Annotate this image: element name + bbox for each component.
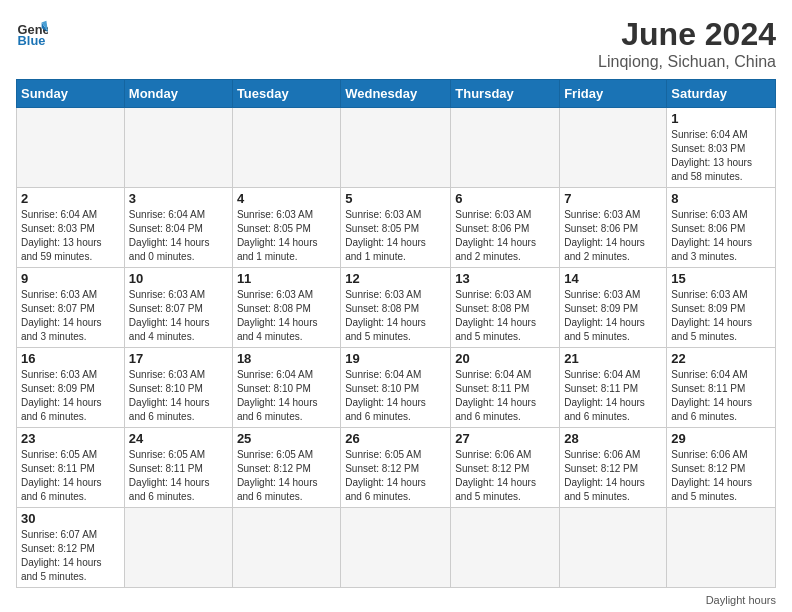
day-info: Sunrise: 6:03 AM Sunset: 8:05 PM Dayligh… xyxy=(345,208,446,264)
day-info: Sunrise: 6:04 AM Sunset: 8:10 PM Dayligh… xyxy=(237,368,336,424)
calendar-cell: 15Sunrise: 6:03 AM Sunset: 8:09 PM Dayli… xyxy=(667,268,776,348)
daylight-hours-label: Daylight hours xyxy=(706,594,776,606)
day-number: 27 xyxy=(455,431,555,446)
day-number: 9 xyxy=(21,271,120,286)
day-number: 22 xyxy=(671,351,771,366)
day-number: 28 xyxy=(564,431,662,446)
title-block: June 2024 Linqiong, Sichuan, China xyxy=(598,16,776,71)
day-info: Sunrise: 6:03 AM Sunset: 8:10 PM Dayligh… xyxy=(129,368,228,424)
page: General Blue June 2024 Linqiong, Sichuan… xyxy=(0,0,792,612)
calendar-cell: 22Sunrise: 6:04 AM Sunset: 8:11 PM Dayli… xyxy=(667,348,776,428)
day-number: 7 xyxy=(564,191,662,206)
calendar-cell xyxy=(560,108,667,188)
header-day-friday: Friday xyxy=(560,80,667,108)
calendar-cell: 11Sunrise: 6:03 AM Sunset: 8:08 PM Dayli… xyxy=(232,268,340,348)
calendar-cell: 17Sunrise: 6:03 AM Sunset: 8:10 PM Dayli… xyxy=(124,348,232,428)
day-info: Sunrise: 6:04 AM Sunset: 8:03 PM Dayligh… xyxy=(21,208,120,264)
calendar-cell: 29Sunrise: 6:06 AM Sunset: 8:12 PM Dayli… xyxy=(667,428,776,508)
location: Linqiong, Sichuan, China xyxy=(598,53,776,71)
week-row-4: 16Sunrise: 6:03 AM Sunset: 8:09 PM Dayli… xyxy=(17,348,776,428)
footer-note: Daylight hours xyxy=(16,594,776,606)
calendar-cell: 25Sunrise: 6:05 AM Sunset: 8:12 PM Dayli… xyxy=(232,428,340,508)
header-day-thursday: Thursday xyxy=(451,80,560,108)
calendar-cell: 3Sunrise: 6:04 AM Sunset: 8:04 PM Daylig… xyxy=(124,188,232,268)
header-row: SundayMondayTuesdayWednesdayThursdayFrid… xyxy=(17,80,776,108)
day-number: 6 xyxy=(455,191,555,206)
calendar-cell: 24Sunrise: 6:05 AM Sunset: 8:11 PM Dayli… xyxy=(124,428,232,508)
day-info: Sunrise: 6:06 AM Sunset: 8:12 PM Dayligh… xyxy=(671,448,771,504)
calendar-cell: 8Sunrise: 6:03 AM Sunset: 8:06 PM Daylig… xyxy=(667,188,776,268)
day-info: Sunrise: 6:04 AM Sunset: 8:11 PM Dayligh… xyxy=(564,368,662,424)
calendar-cell: 6Sunrise: 6:03 AM Sunset: 8:06 PM Daylig… xyxy=(451,188,560,268)
calendar-cell: 30Sunrise: 6:07 AM Sunset: 8:12 PM Dayli… xyxy=(17,508,125,588)
day-info: Sunrise: 6:04 AM Sunset: 8:03 PM Dayligh… xyxy=(671,128,771,184)
day-number: 4 xyxy=(237,191,336,206)
day-number: 21 xyxy=(564,351,662,366)
day-info: Sunrise: 6:03 AM Sunset: 8:06 PM Dayligh… xyxy=(455,208,555,264)
calendar-cell: 12Sunrise: 6:03 AM Sunset: 8:08 PM Dayli… xyxy=(341,268,451,348)
day-info: Sunrise: 6:03 AM Sunset: 8:07 PM Dayligh… xyxy=(21,288,120,344)
calendar-cell: 28Sunrise: 6:06 AM Sunset: 8:12 PM Dayli… xyxy=(560,428,667,508)
day-number: 11 xyxy=(237,271,336,286)
day-info: Sunrise: 6:03 AM Sunset: 8:08 PM Dayligh… xyxy=(455,288,555,344)
calendar-cell xyxy=(341,108,451,188)
day-number: 8 xyxy=(671,191,771,206)
header: General Blue June 2024 Linqiong, Sichuan… xyxy=(16,16,776,71)
calendar-cell xyxy=(341,508,451,588)
calendar-cell: 5Sunrise: 6:03 AM Sunset: 8:05 PM Daylig… xyxy=(341,188,451,268)
day-number: 19 xyxy=(345,351,446,366)
calendar-table: SundayMondayTuesdayWednesdayThursdayFrid… xyxy=(16,79,776,588)
header-day-saturday: Saturday xyxy=(667,80,776,108)
day-info: Sunrise: 6:03 AM Sunset: 8:09 PM Dayligh… xyxy=(564,288,662,344)
day-number: 24 xyxy=(129,431,228,446)
day-number: 18 xyxy=(237,351,336,366)
week-row-5: 23Sunrise: 6:05 AM Sunset: 8:11 PM Dayli… xyxy=(17,428,776,508)
calendar-cell xyxy=(451,108,560,188)
calendar-cell: 16Sunrise: 6:03 AM Sunset: 8:09 PM Dayli… xyxy=(17,348,125,428)
day-info: Sunrise: 6:05 AM Sunset: 8:11 PM Dayligh… xyxy=(129,448,228,504)
calendar-cell: 23Sunrise: 6:05 AM Sunset: 8:11 PM Dayli… xyxy=(17,428,125,508)
calendar-cell xyxy=(124,108,232,188)
day-number: 5 xyxy=(345,191,446,206)
calendar-cell xyxy=(17,108,125,188)
day-info: Sunrise: 6:04 AM Sunset: 8:04 PM Dayligh… xyxy=(129,208,228,264)
logo-icon: General Blue xyxy=(16,16,48,48)
week-row-6: 30Sunrise: 6:07 AM Sunset: 8:12 PM Dayli… xyxy=(17,508,776,588)
header-day-sunday: Sunday xyxy=(17,80,125,108)
calendar-cell: 1Sunrise: 6:04 AM Sunset: 8:03 PM Daylig… xyxy=(667,108,776,188)
day-info: Sunrise: 6:03 AM Sunset: 8:08 PM Dayligh… xyxy=(345,288,446,344)
day-info: Sunrise: 6:03 AM Sunset: 8:09 PM Dayligh… xyxy=(21,368,120,424)
week-row-2: 2Sunrise: 6:04 AM Sunset: 8:03 PM Daylig… xyxy=(17,188,776,268)
day-number: 17 xyxy=(129,351,228,366)
day-info: Sunrise: 6:06 AM Sunset: 8:12 PM Dayligh… xyxy=(455,448,555,504)
calendar-cell: 26Sunrise: 6:05 AM Sunset: 8:12 PM Dayli… xyxy=(341,428,451,508)
month-title: June 2024 xyxy=(598,16,776,53)
day-number: 16 xyxy=(21,351,120,366)
svg-text:Blue: Blue xyxy=(18,33,46,48)
calendar-cell xyxy=(232,508,340,588)
day-info: Sunrise: 6:03 AM Sunset: 8:08 PM Dayligh… xyxy=(237,288,336,344)
day-info: Sunrise: 6:07 AM Sunset: 8:12 PM Dayligh… xyxy=(21,528,120,584)
calendar-header: SundayMondayTuesdayWednesdayThursdayFrid… xyxy=(17,80,776,108)
day-info: Sunrise: 6:04 AM Sunset: 8:11 PM Dayligh… xyxy=(455,368,555,424)
calendar-cell xyxy=(560,508,667,588)
day-number: 1 xyxy=(671,111,771,126)
day-info: Sunrise: 6:05 AM Sunset: 8:12 PM Dayligh… xyxy=(237,448,336,504)
calendar-cell: 18Sunrise: 6:04 AM Sunset: 8:10 PM Dayli… xyxy=(232,348,340,428)
day-info: Sunrise: 6:04 AM Sunset: 8:11 PM Dayligh… xyxy=(671,368,771,424)
day-info: Sunrise: 6:03 AM Sunset: 8:05 PM Dayligh… xyxy=(237,208,336,264)
logo: General Blue xyxy=(16,16,48,48)
calendar-cell xyxy=(232,108,340,188)
day-number: 30 xyxy=(21,511,120,526)
day-info: Sunrise: 6:03 AM Sunset: 8:06 PM Dayligh… xyxy=(671,208,771,264)
calendar-cell xyxy=(451,508,560,588)
calendar-cell: 20Sunrise: 6:04 AM Sunset: 8:11 PM Dayli… xyxy=(451,348,560,428)
calendar-cell: 13Sunrise: 6:03 AM Sunset: 8:08 PM Dayli… xyxy=(451,268,560,348)
day-number: 10 xyxy=(129,271,228,286)
calendar-body: 1Sunrise: 6:04 AM Sunset: 8:03 PM Daylig… xyxy=(17,108,776,588)
calendar-cell: 21Sunrise: 6:04 AM Sunset: 8:11 PM Dayli… xyxy=(560,348,667,428)
day-number: 29 xyxy=(671,431,771,446)
calendar-cell: 9Sunrise: 6:03 AM Sunset: 8:07 PM Daylig… xyxy=(17,268,125,348)
calendar-cell: 4Sunrise: 6:03 AM Sunset: 8:05 PM Daylig… xyxy=(232,188,340,268)
day-info: Sunrise: 6:05 AM Sunset: 8:12 PM Dayligh… xyxy=(345,448,446,504)
